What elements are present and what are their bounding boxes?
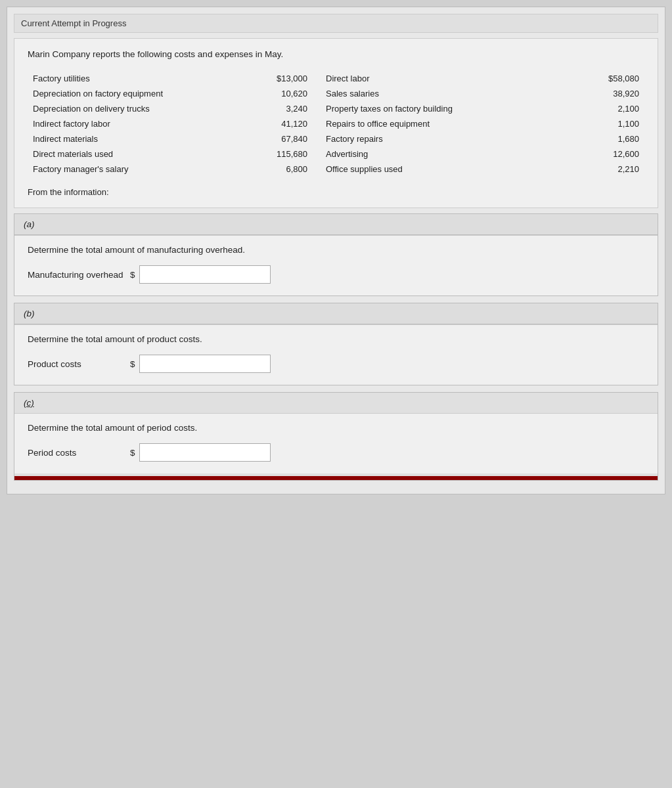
table-row: Factory manager's salary 6,800 Office su…: [28, 162, 644, 177]
section-c-content: Determine the total amount of period cos…: [14, 413, 658, 473]
section-a-content: Determine the total amount of manufactur…: [14, 235, 658, 296]
left-label: Depreciation on factory equipment: [28, 86, 244, 101]
left-amount: 3,240: [244, 101, 321, 116]
left-label: Factory utilities: [28, 71, 244, 86]
section-b-block: (b) Determine the total amount of produc…: [14, 303, 658, 385]
product-costs-row: Product costs $: [28, 355, 644, 373]
section-c-block: (c) Determine the total amount of period…: [14, 392, 658, 481]
intro-text: Marin Company reports the following cost…: [28, 49, 644, 59]
table-row: Indirect factory labor 41,120 Repairs to…: [28, 116, 644, 131]
right-amount: 1,680: [552, 131, 644, 146]
right-label: Factory repairs: [321, 131, 552, 146]
table-row: Factory utilities $13,000 Direct labor $…: [28, 71, 644, 86]
period-costs-label: Period costs: [28, 448, 126, 458]
from-info-text: From the information:: [28, 187, 644, 197]
section-a-label: (a): [14, 214, 658, 235]
right-amount: 2,100: [552, 101, 644, 116]
manufacturing-overhead-input[interactable]: [139, 265, 271, 284]
right-label: Direct labor: [321, 71, 552, 86]
dollar-sign-a: $: [130, 270, 135, 280]
table-row: Depreciation on factory equipment 10,620…: [28, 86, 644, 101]
left-label: Direct materials used: [28, 146, 244, 162]
costs-table: Factory utilities $13,000 Direct labor $…: [28, 71, 644, 177]
section-b-content: Determine the total amount of product co…: [14, 324, 658, 385]
period-costs-input[interactable]: [139, 443, 271, 462]
right-label: Property taxes on factory building: [321, 101, 552, 116]
left-label: Indirect factory labor: [28, 116, 244, 131]
header-bar: Current Attempt in Progress: [14, 14, 658, 33]
right-amount: 2,210: [552, 162, 644, 177]
table-row: Direct materials used 115,680 Advertisin…: [28, 146, 644, 162]
info-box: Marin Company reports the following cost…: [14, 38, 658, 208]
manufacturing-overhead-row: Manufacturing overhead $: [28, 265, 644, 284]
manufacturing-overhead-label: Manufacturing overhead: [28, 270, 126, 280]
period-costs-row: Period costs $: [28, 443, 644, 462]
right-amount: $58,080: [552, 71, 644, 86]
table-row: Indirect materials 67,840 Factory repair…: [28, 131, 644, 146]
section-a-block: (a) Determine the total amount of manufa…: [14, 213, 658, 296]
left-label: Depreciation on delivery trucks: [28, 101, 244, 116]
right-amount: 1,100: [552, 116, 644, 131]
left-amount: 67,840: [244, 131, 321, 146]
left-label: Factory manager's salary: [28, 162, 244, 177]
right-label: Repairs to office equipment: [321, 116, 552, 131]
header-title: Current Attempt in Progress: [21, 18, 126, 28]
section-b-label: (b): [14, 303, 658, 324]
main-container: Current Attempt in Progress Marin Compan…: [7, 7, 665, 494]
left-amount: 115,680: [244, 146, 321, 162]
left-amount: 41,120: [244, 116, 321, 131]
section-c-label: (c): [14, 393, 658, 413]
section-a-desc: Determine the total amount of manufactur…: [28, 245, 644, 255]
right-amount: 38,920: [552, 86, 644, 101]
section-b-desc: Determine the total amount of product co…: [28, 334, 644, 344]
red-bar: [14, 476, 658, 480]
right-amount: 12,600: [552, 146, 644, 162]
left-amount: $13,000: [244, 71, 321, 86]
section-c-desc: Determine the total amount of period cos…: [28, 423, 644, 433]
dollar-sign-b: $: [130, 359, 135, 369]
left-amount: 6,800: [244, 162, 321, 177]
dollar-sign-c: $: [130, 448, 135, 458]
right-label: Advertising: [321, 146, 552, 162]
product-costs-label: Product costs: [28, 359, 126, 369]
table-row: Depreciation on delivery trucks 3,240 Pr…: [28, 101, 644, 116]
product-costs-input[interactable]: [139, 355, 271, 373]
right-label: Office supplies used: [321, 162, 552, 177]
left-label: Indirect materials: [28, 131, 244, 146]
left-amount: 10,620: [244, 86, 321, 101]
right-label: Sales salaries: [321, 86, 552, 101]
